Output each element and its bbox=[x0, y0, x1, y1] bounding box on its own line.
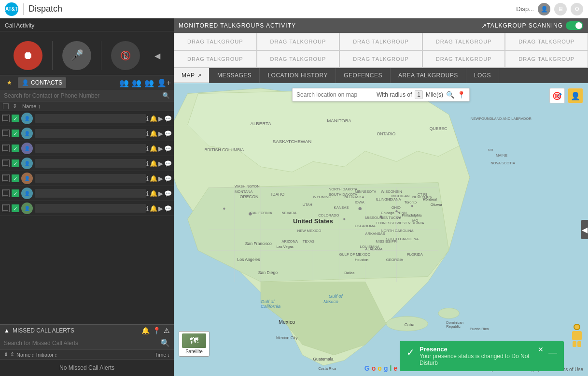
info-icon[interactable]: ℹ bbox=[146, 190, 149, 197]
user-icon[interactable]: 👤 bbox=[538, 3, 550, 15]
talkgroup-slot[interactable]: DRAG TALKGROUP bbox=[257, 50, 340, 68]
expand-icon[interactable]: ▲ bbox=[4, 327, 10, 334]
contact-checkbox[interactable] bbox=[2, 130, 10, 137]
satellite-button[interactable]: 🗺 Satellite bbox=[179, 331, 210, 357]
arrow-icon[interactable]: ▶ bbox=[158, 190, 163, 197]
hangup-button[interactable]: 📵 bbox=[111, 41, 140, 70]
arrow-icon[interactable]: ▶ bbox=[158, 145, 163, 152]
group2-icon[interactable]: 👥 bbox=[132, 78, 141, 87]
talkgroup-slot[interactable]: DRAG TALKGROUP bbox=[339, 50, 422, 68]
alert-icon[interactable]: ⚠ bbox=[164, 327, 170, 334]
arrow-icon[interactable]: ▶ bbox=[158, 175, 163, 182]
contact-checkbox[interactable] bbox=[2, 174, 10, 182]
location-icon[interactable]: 📍 bbox=[153, 327, 161, 334]
mc-sort2[interactable]: ⇕ bbox=[10, 351, 14, 358]
bell-icon[interactable]: 🔔 bbox=[150, 115, 157, 122]
search-contacts-input[interactable] bbox=[4, 92, 160, 99]
user-add-icon[interactable]: 👤+ bbox=[157, 78, 171, 87]
pin-button[interactable]: 📍 bbox=[457, 91, 465, 99]
contacts-tab[interactable]: 👤 CONTACTS bbox=[18, 77, 66, 88]
tab-messages[interactable]: MESSAGES bbox=[210, 68, 260, 83]
talkgroup-slot[interactable]: DRAG TALKGROUP bbox=[174, 33, 257, 50]
tab-geofences[interactable]: GEOFENCES bbox=[336, 68, 391, 83]
contact-checkbox[interactable] bbox=[2, 115, 10, 122]
mc-sort1[interactable]: ⇕ bbox=[4, 351, 8, 358]
search-button[interactable]: 🔍 bbox=[446, 91, 454, 99]
talkgroup-slot[interactable]: DRAG TALKGROUP bbox=[505, 33, 588, 50]
chat-icon[interactable]: 💬 bbox=[164, 190, 172, 197]
info-icon[interactable]: ℹ bbox=[146, 205, 149, 212]
contact-checkbox[interactable] bbox=[2, 159, 10, 167]
talkgroup-slot[interactable]: DRAG TALKGROUP bbox=[505, 50, 588, 68]
talkgroup-slot[interactable]: DRAG TALKGROUP bbox=[422, 33, 505, 50]
person-icon[interactable]: 👤 bbox=[568, 88, 583, 103]
bell-icon[interactable]: 🔔 bbox=[150, 190, 157, 197]
search-icon[interactable]: 🔍 bbox=[162, 92, 170, 99]
svg-text:OKLAHOMA: OKLAHOMA bbox=[355, 224, 376, 228]
contact-checkbox[interactable] bbox=[2, 204, 10, 212]
bell-icon[interactable]: 🔔 bbox=[150, 145, 157, 152]
bell-icon[interactable]: 🔔 bbox=[141, 327, 150, 334]
external-link-icon[interactable]: ↗ bbox=[481, 22, 487, 29]
group3-icon[interactable]: 👥 bbox=[144, 78, 154, 87]
monitor-icon[interactable]: 🖥 bbox=[554, 3, 567, 15]
map-search-input[interactable] bbox=[296, 91, 374, 98]
talkgroup-slot[interactable]: DRAG TALKGROUP bbox=[422, 50, 505, 68]
scanning-toggle[interactable] bbox=[566, 21, 583, 30]
mc-name-col[interactable]: Name ↕ bbox=[16, 352, 34, 358]
tab-location-history[interactable]: LOCATION HISTORY bbox=[260, 68, 336, 83]
info-icon[interactable]: ℹ bbox=[146, 175, 149, 182]
mc-time-col[interactable]: Time ↓ bbox=[154, 352, 170, 358]
map-search-bar: With radius of 1 Mile(s) 🔍 📍 bbox=[292, 88, 470, 101]
contact-checkbox[interactable] bbox=[2, 189, 10, 197]
tab-area-talkgroups[interactable]: AREA TALKGROUPS bbox=[391, 68, 466, 83]
record-button[interactable]: ⏺ bbox=[14, 41, 42, 70]
chat-icon[interactable]: 💬 bbox=[164, 115, 172, 122]
talkgroup-slot[interactable]: DRAG TALKGROUP bbox=[174, 50, 257, 68]
arrow-icon[interactable]: ▶ bbox=[158, 115, 163, 122]
chat-icon[interactable]: 💬 bbox=[164, 160, 172, 167]
arrow-icon[interactable]: ▶ bbox=[158, 160, 163, 167]
presence-dismiss-button[interactable]: — bbox=[548, 347, 557, 358]
contact-actions: ℹ 🔔 ▶ 💬 bbox=[146, 205, 172, 212]
bell-icon[interactable]: 🔔 bbox=[150, 160, 157, 167]
info-icon[interactable]: ℹ bbox=[146, 145, 149, 152]
header: AT&T Dispatch Disp... 👤 🖥 ⚙ bbox=[0, 0, 588, 18]
panel-collapse-arrow[interactable]: ◀ bbox=[154, 51, 160, 60]
map-collapse-button[interactable]: ◀ bbox=[581, 220, 588, 239]
search-missed-input[interactable] bbox=[4, 340, 158, 347]
bell-icon[interactable]: 🔔 bbox=[150, 205, 157, 212]
svg-point-15 bbox=[411, 205, 413, 207]
info-icon[interactable]: ℹ bbox=[146, 130, 149, 137]
mc-initiator-col[interactable]: Initiator ↕ bbox=[36, 352, 153, 358]
group-icon[interactable]: 👥 bbox=[119, 78, 129, 87]
chat-icon[interactable]: 💬 bbox=[164, 205, 172, 212]
chat-icon[interactable]: 💬 bbox=[164, 145, 172, 152]
bell-icon[interactable]: 🔔 bbox=[150, 175, 157, 182]
call-controls: ⏺ 🎤 📵 ◀ bbox=[0, 31, 174, 75]
name-col-header[interactable]: Name ↕ bbox=[22, 103, 171, 109]
avatar-figure bbox=[570, 324, 584, 347]
bell-icon[interactable]: 🔔 bbox=[150, 130, 157, 137]
chat-icon[interactable]: 💬 bbox=[164, 130, 172, 137]
tab-logs[interactable]: LOGS bbox=[466, 68, 499, 83]
contact-name bbox=[35, 129, 146, 138]
arrow-icon[interactable]: ▶ bbox=[158, 205, 163, 212]
talkgroup-slot[interactable]: DRAG TALKGROUP bbox=[339, 33, 422, 50]
locate-icon[interactable]: 🎯 bbox=[549, 88, 565, 103]
tab-map[interactable]: MAP ↗ bbox=[174, 68, 210, 83]
radius-value[interactable]: 1 bbox=[415, 90, 423, 99]
info-icon[interactable]: ℹ bbox=[146, 115, 149, 122]
search-icon-missed[interactable]: 🔍 bbox=[160, 338, 170, 347]
talkgroup-slot[interactable]: DRAG TALKGROUP bbox=[257, 33, 340, 50]
settings-icon[interactable]: ⚙ bbox=[571, 3, 583, 15]
arrow-icon[interactable]: ▶ bbox=[158, 130, 163, 137]
contact-checkbox[interactable] bbox=[2, 145, 10, 152]
svg-text:TEXAS: TEXAS bbox=[303, 239, 315, 244]
mic-button[interactable]: 🎤 bbox=[62, 41, 91, 70]
info-icon[interactable]: ℹ bbox=[146, 160, 149, 167]
favorites-tab[interactable]: ★ bbox=[3, 77, 16, 88]
chat-icon[interactable]: 💬 bbox=[164, 175, 172, 182]
presence-close-button[interactable]: ✕ bbox=[538, 346, 544, 353]
map-external-icon[interactable]: ↗ bbox=[197, 72, 202, 79]
